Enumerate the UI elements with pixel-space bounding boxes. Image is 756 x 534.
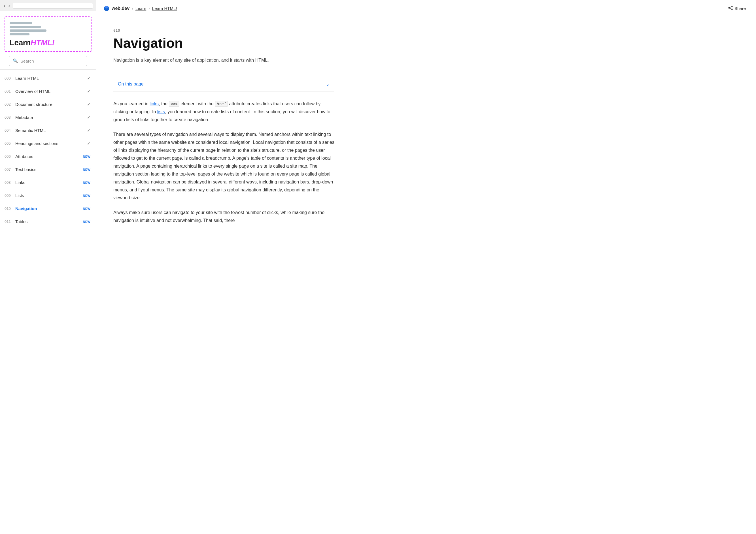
lesson-title: Navigation <box>113 36 334 51</box>
nav-item-000[interactable]: 000 Learn HTML ✓ <box>0 72 96 85</box>
webdev-logo-icon <box>103 5 110 12</box>
sidebar-logo-title: LearnHTML! <box>10 38 54 47</box>
on-this-page-toggle[interactable]: On this page ⌄ <box>113 77 334 91</box>
search-icon: 🔍 <box>13 58 18 64</box>
site-name[interactable]: web.dev <box>112 6 129 11</box>
check-icon-000: ✓ <box>87 76 91 81</box>
breadcrumb-sep-2: › <box>148 6 150 11</box>
check-icon-004: ✓ <box>87 128 91 133</box>
nav-item-006[interactable]: 006 Attributes NEW <box>0 150 96 163</box>
forward-arrow-icon[interactable]: › <box>8 2 10 9</box>
new-badge-010: NEW <box>83 207 91 210</box>
search-input[interactable] <box>20 59 83 64</box>
new-badge-007: NEW <box>83 168 91 171</box>
nav-list: 000 Learn HTML ✓ 001 Overview of HTML ✓ … <box>0 70 96 534</box>
nav-item-003[interactable]: 003 Metadata ✓ <box>0 111 96 124</box>
nav-item-011[interactable]: 011 Tables NEW <box>0 215 96 228</box>
nav-item-007[interactable]: 007 Text basics NEW <box>0 163 96 176</box>
nav-item-004[interactable]: 004 Semantic HTML ✓ <box>0 124 96 137</box>
content-paragraph-3: Always make sure users can navigate to y… <box>113 209 334 224</box>
new-badge-011: NEW <box>83 220 91 223</box>
chevron-down-icon: ⌄ <box>326 81 330 87</box>
svg-line-3 <box>730 7 731 8</box>
nav-item-008[interactable]: 008 Links NEW <box>0 176 96 189</box>
new-badge-008: NEW <box>83 181 91 184</box>
svg-point-0 <box>731 6 733 7</box>
nav-item-010[interactable]: 010 Navigation NEW <box>0 202 96 215</box>
share-label: Share <box>735 6 746 11</box>
check-icon-005: ✓ <box>87 141 91 146</box>
new-badge-009: NEW <box>83 194 91 197</box>
svg-point-1 <box>729 7 730 9</box>
lesson-subtitle: Navigation is a key element of any site … <box>113 57 334 64</box>
lesson-number: 010 <box>113 28 334 33</box>
a-element-code: <a> <box>169 101 179 107</box>
check-icon-003: ✓ <box>87 115 91 120</box>
nav-item-005[interactable]: 005 Headings and sections ✓ <box>0 137 96 150</box>
href-attribute-code: href <box>215 101 228 107</box>
lists-link[interactable]: lists <box>157 109 165 114</box>
back-arrow-icon[interactable]: ‹ <box>3 2 5 9</box>
site-logo[interactable]: web.dev <box>103 5 129 12</box>
new-badge-006: NEW <box>83 155 91 158</box>
share-button[interactable]: Share <box>725 4 749 13</box>
content-paragraph-2: There are several types of navigation an… <box>113 131 334 202</box>
check-icon-002: ✓ <box>87 102 91 107</box>
on-this-page-label: On this page <box>118 82 144 87</box>
svg-line-4 <box>730 8 731 9</box>
nav-item-009[interactable]: 009 Lists NEW <box>0 189 96 202</box>
breadcrumb: web.dev › Learn › Learn HTML! <box>103 5 177 12</box>
breadcrumb-sep-1: › <box>132 6 133 11</box>
check-icon-001: ✓ <box>87 89 91 94</box>
top-bar: web.dev › Learn › Learn HTML! Share <box>96 0 756 17</box>
content-paragraph-1: As you learned in links, the <a> element… <box>113 100 334 124</box>
share-icon <box>728 6 733 11</box>
svg-point-2 <box>731 9 733 10</box>
links-link[interactable]: links <box>149 101 159 106</box>
breadcrumb-current[interactable]: Learn HTML! <box>152 6 177 11</box>
content-area: 010 Navigation Navigation is a key eleme… <box>96 17 351 534</box>
nav-item-002[interactable]: 002 Document structure ✓ <box>0 98 96 111</box>
search-box[interactable]: 🔍 <box>9 56 87 66</box>
divider-top <box>113 71 334 71</box>
breadcrumb-learn[interactable]: Learn <box>135 6 146 11</box>
nav-item-001[interactable]: 001 Overview of HTML ✓ <box>0 85 96 98</box>
